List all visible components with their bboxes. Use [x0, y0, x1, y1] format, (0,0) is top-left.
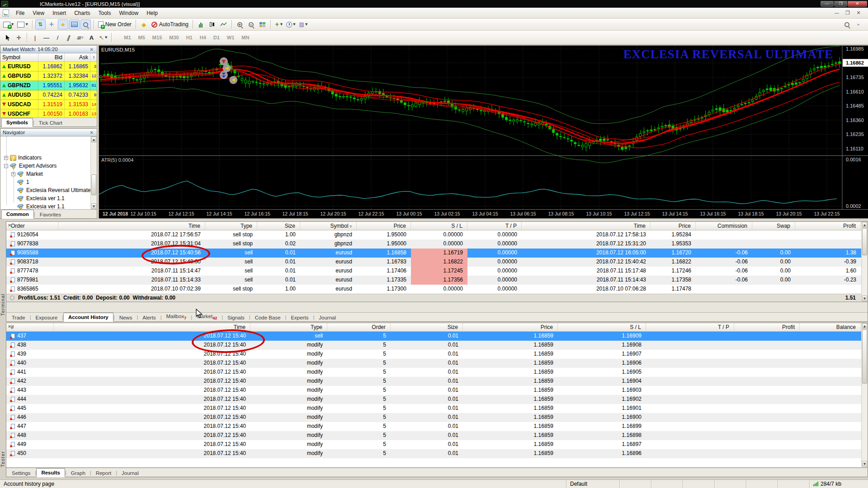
tab-mailbox[interactable]: Mailbox7 [162, 312, 191, 321]
order-row-8775981[interactable]: 87759812018.07.11 15:14:33sell0.01eurusd… [6, 276, 868, 285]
tab-results[interactable]: Results [36, 468, 65, 477]
restore-button[interactable]: ❐ [834, 1, 847, 7]
menu-help[interactable]: Help [142, 8, 162, 18]
result-row-446[interactable]: 4462018.07.12 15:40modify50.011.168591.1… [6, 413, 868, 422]
templates-button[interactable]: ▨▼ [298, 19, 309, 29]
periods-button[interactable]: ▼ [285, 19, 297, 29]
column-header-t-p[interactable]: T / P [646, 323, 734, 331]
tab-report[interactable]: Report [91, 469, 116, 477]
order-row-9126054[interactable]: 91260542018.07.12 17:56:57sell stop1.00g… [6, 230, 868, 239]
column-header-#[interactable]: # [6, 323, 54, 331]
column-header-balance[interactable]: Balance [800, 323, 861, 331]
column-header-symbol[interactable]: Symbol ▿ [300, 222, 357, 230]
menu-file[interactable]: File [12, 8, 28, 18]
tester-scrollbar[interactable]: ▲ ▼ [861, 323, 868, 467]
menu-insert[interactable]: Insert [48, 8, 70, 18]
result-row-445[interactable]: 4452018.07.12 15:40modify50.011.168591.1… [6, 404, 868, 413]
column-header-profit[interactable]: Profit [734, 323, 800, 331]
scrollbar-thumb[interactable] [91, 174, 96, 195]
channel-tool[interactable]: ∥ [64, 33, 74, 42]
profile-selector[interactable]: Default [566, 480, 619, 488]
order-row-9085588[interactable]: 90855882018.07.12 15:40:56sell0.01eurusd… [6, 249, 868, 258]
expand-plus-icon[interactable]: + [11, 172, 15, 176]
market-watch-toggle[interactable]: ⇅ [35, 19, 46, 29]
column-header-order[interactable]: Order [6, 222, 58, 230]
expand-plus-icon[interactable]: + [4, 156, 8, 160]
tab-exposure[interactable]: Exposure [31, 314, 62, 321]
terminal-close-icon[interactable]: ✕ [8, 223, 11, 228]
column-header-time[interactable]: Time [58, 222, 205, 230]
mdi-minimize-icon[interactable]: — [833, 10, 841, 16]
tab-experts[interactable]: Experts [286, 314, 313, 321]
arrows-tool[interactable]: ↖▼ [98, 33, 108, 42]
tree-item-expert-advisors[interactable]: −Expert Advisors [4, 162, 57, 170]
column-header-commission[interactable]: Commission [696, 222, 752, 230]
new-order-button[interactable]: +New Order [97, 19, 133, 29]
tab-common[interactable]: Common [1, 210, 34, 219]
timeframe-h1[interactable]: H1 [183, 33, 196, 42]
tab-account-history[interactable]: Account History [63, 313, 113, 322]
column-header-profit[interactable]: Profit [795, 222, 861, 230]
column-header-t-p[interactable]: T / P [467, 222, 522, 230]
terminal-side-label[interactable]: Terminal [0, 288, 6, 321]
order-row-8777478[interactable]: 87774782018.07.11 15:14:47sell0.01eurusd… [6, 267, 868, 276]
column-header-symbol[interactable]: Symbol [0, 53, 38, 61]
new-chart-button[interactable]: +▼ [2, 19, 15, 29]
metaeditor-button[interactable]: ◆ [139, 19, 149, 29]
market-watch-row-usdcad[interactable]: USDCAD1.315191.3153314 [0, 100, 97, 109]
text-tool[interactable]: A [86, 33, 97, 42]
market-watch-row-eurusd[interactable]: EURUSD1.168621.168653 [0, 62, 97, 71]
column-header-price[interactable]: Price [463, 323, 558, 331]
timeframe-w1[interactable]: W1 [223, 33, 238, 42]
result-row-439[interactable]: 4392018.07.12 15:40modify50.011.168591.1… [6, 350, 868, 359]
tab-alerts[interactable]: Alerts [138, 314, 160, 321]
result-row-449[interactable]: 4492018.07.12 15:40modify50.011.168591.1… [6, 440, 868, 449]
column-header-price[interactable]: Price [357, 222, 411, 230]
scrollbar-thumb[interactable] [862, 329, 867, 384]
column-header-size[interactable]: Size [257, 222, 300, 230]
tree-item-1[interactable]: 1 [11, 178, 29, 186]
tab-code-base[interactable]: Code Base [250, 314, 285, 321]
timeframe-m30[interactable]: M30 [165, 33, 182, 42]
close-icon[interactable]: ✕ [89, 130, 94, 135]
result-row-440[interactable]: 4402018.07.12 15:40modify50.011.168591.1… [6, 359, 868, 368]
toolbar-overflow-button[interactable]: » [853, 19, 863, 29]
result-row-438[interactable]: 4382018.07.12 15:40modify50.011.168591.1… [6, 341, 868, 350]
close-button[interactable]: ✕ [848, 1, 867, 7]
result-row-443[interactable]: 4432018.07.12 15:40modify50.011.168591.1… [6, 386, 868, 395]
scrollbar-thumb[interactable] [862, 228, 867, 255]
data-window-button[interactable]: ✛ [47, 19, 57, 29]
order-row-8365865[interactable]: 83658652018.07.10 07:02:39sell stop1.00e… [6, 285, 868, 294]
timeframe-mn[interactable]: MN [238, 33, 253, 42]
crosshair-tool[interactable]: ✛ [14, 33, 24, 42]
timeframe-d1[interactable]: D1 [210, 33, 223, 42]
market-watch-row-gbpusd[interactable]: GBPUSD1.323721.3238412 [0, 71, 97, 81]
scroll-down-icon[interactable]: ▼ [862, 461, 867, 467]
profiles-button[interactable]: ▼ [16, 19, 29, 29]
scroll-up-icon[interactable]: ▲ [862, 222, 867, 228]
minimize-button[interactable]: — [821, 1, 834, 7]
timeframe-m1[interactable]: M1 [120, 33, 134, 42]
tab-journal[interactable]: Journal [117, 469, 143, 477]
line-chart-button[interactable] [218, 19, 229, 29]
tree-item-exclesia-reversal-ultimate-ver-1-3[interactable]: Exclesia Reversal Ultimate ver 1.3 [11, 186, 90, 194]
toolbar-search-button[interactable] [842, 19, 852, 29]
menu-tools[interactable]: Tools [94, 8, 115, 18]
tile-windows-button[interactable] [257, 19, 268, 29]
result-row-450[interactable]: 4502018.07.12 15:40modify50.011.168591.1… [6, 449, 868, 458]
column-header-s-l[interactable]: S / L [558, 323, 646, 331]
tab-trade[interactable]: Trade [7, 314, 30, 321]
tab-favorites[interactable]: Favorites [35, 211, 66, 218]
column-header-type[interactable]: Type [250, 323, 327, 331]
column-header-s-l[interactable]: S / L [411, 222, 467, 230]
column-header-size[interactable]: Size [391, 323, 463, 331]
result-row-441[interactable]: 4412018.07.12 15:40modify50.011.168591.1… [6, 368, 868, 377]
scroll-down-icon[interactable]: ▼ [91, 203, 96, 209]
column-header-type[interactable]: Type [205, 222, 257, 230]
scroll-down-icon[interactable]: ▼ [862, 296, 867, 301]
terminal-toggle[interactable] [69, 19, 80, 29]
column-header-time[interactable]: Time [522, 222, 651, 230]
market-watch-row-gbpnzd[interactable]: GBPNZD1.955511.9563281 [0, 81, 97, 90]
order-row-9077838[interactable]: 90778382018.07.12 15:31:04sell stop0.02g… [6, 239, 868, 249]
hline-tool[interactable]: — [41, 33, 52, 42]
